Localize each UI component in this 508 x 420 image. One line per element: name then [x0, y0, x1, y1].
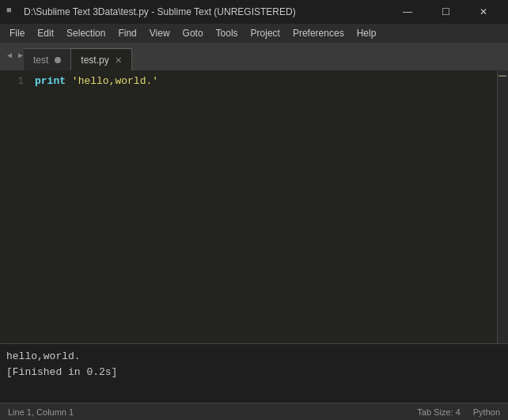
maximize-button[interactable]: ☐: [427, 0, 464, 24]
keyword-print: print: [35, 75, 66, 87]
minimap-line: [499, 75, 506, 77]
output-line-1: hello,world.: [6, 349, 502, 365]
line-number-1: 1: [0, 74, 24, 90]
scrollbar[interactable]: [497, 70, 508, 343]
menu-tools[interactable]: Tools: [210, 25, 245, 41]
status-right: Tab Size: 4 Python: [417, 407, 500, 417]
close-button[interactable]: ✕: [465, 0, 502, 24]
output-panel: hello,world. [Finished in 0.2s]: [0, 343, 508, 403]
output-line-2: [Finished in 0.2s]: [6, 365, 502, 380]
status-bar: Line 1, Column 1 Tab Size: 4 Python: [0, 403, 508, 420]
app-icon: ■: [6, 6, 19, 18]
code-space: [66, 75, 72, 87]
menu-help[interactable]: Help: [351, 25, 383, 41]
language-mode[interactable]: Python: [473, 407, 500, 417]
tab-test-py-label: test.py: [81, 55, 108, 66]
menu-bar: File Edit Selection Find View Goto Tools…: [0, 24, 508, 43]
tab-test-py[interactable]: test.py ×: [71, 48, 132, 70]
editor-container: 1 print 'hello,world.': [0, 70, 508, 343]
code-line-1: print 'hello,world.': [35, 74, 497, 90]
tab-test[interactable]: test: [24, 48, 71, 70]
title-text: D:\Sublime Text 3Data\test.py - Sublime …: [24, 6, 296, 17]
tab-close-icon[interactable]: ×: [116, 55, 122, 66]
menu-goto[interactable]: Goto: [176, 25, 210, 41]
tab-nav-arrows: ◀ ▶: [5, 47, 25, 63]
menu-edit[interactable]: Edit: [31, 25, 60, 41]
minimap: [498, 74, 508, 79]
menu-find[interactable]: Find: [112, 25, 142, 41]
string-value: 'hello,world.': [72, 75, 158, 87]
title-bar: ■ D:\Sublime Text 3Data\test.py - Sublim…: [0, 0, 508, 24]
tab-test-label: test: [33, 55, 48, 66]
title-bar-left: ■ D:\Sublime Text 3Data\test.py - Sublim…: [6, 6, 296, 18]
status-left: Line 1, Column 1: [8, 407, 74, 417]
line-numbers: 1: [0, 70, 32, 343]
menu-view[interactable]: View: [143, 25, 176, 41]
menu-selection[interactable]: Selection: [60, 25, 112, 41]
tab-prev-arrow[interactable]: ◀: [5, 47, 14, 63]
menu-project[interactable]: Project: [245, 25, 286, 41]
cursor-position: Line 1, Column 1: [8, 407, 74, 417]
menu-file[interactable]: File: [3, 25, 31, 41]
minimize-button[interactable]: —: [389, 0, 426, 24]
menu-preferences[interactable]: Preferences: [286, 25, 351, 41]
tab-test-dot: [55, 57, 61, 63]
tab-size[interactable]: Tab Size: 4: [417, 407, 460, 417]
code-area[interactable]: print 'hello,world.': [32, 70, 497, 343]
tab-bar: ◀ ▶ test test.py ×: [0, 43, 508, 70]
window-controls: — ☐ ✕: [389, 0, 502, 24]
